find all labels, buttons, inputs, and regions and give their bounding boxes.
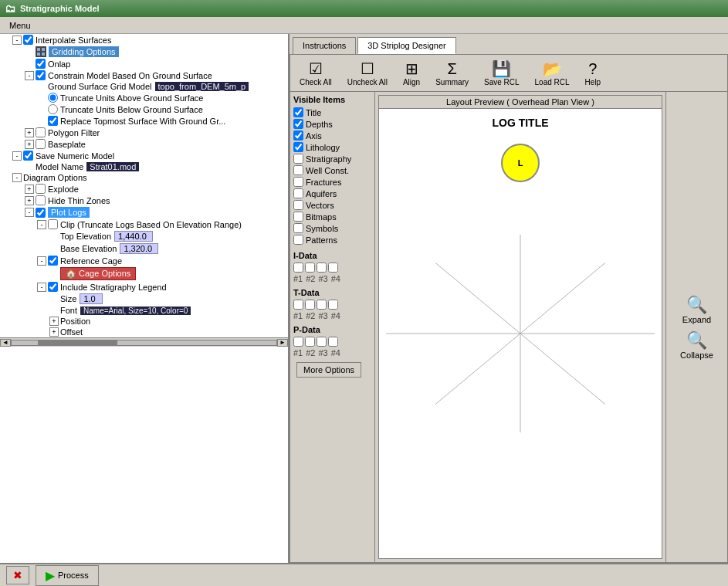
- cb-i-data-2[interactable]: [305, 263, 315, 273]
- tree-item-onlap[interactable]: Onlap: [0, 58, 288, 69]
- cb-i-data-4[interactable]: [328, 263, 338, 273]
- toolbar-check-all[interactable]: ☑ Check All: [296, 58, 335, 88]
- tree-item-diagram-options[interactable]: - Diagram Options: [0, 172, 288, 183]
- cb-vi-patterns[interactable]: [293, 235, 303, 245]
- expander-explode[interactable]: +: [25, 185, 34, 194]
- expander-baseplate[interactable]: +: [25, 140, 34, 149]
- radio-truncate-above[interactable]: [48, 93, 58, 103]
- label-cage-options[interactable]: 🏠 Cage Options: [60, 267, 136, 280]
- cb-vi-lithology[interactable]: [293, 142, 303, 152]
- expander-hide-thin[interactable]: +: [25, 196, 34, 205]
- toolbar-summary[interactable]: Σ Summary: [432, 59, 472, 88]
- cb-vi-title[interactable]: [293, 107, 303, 117]
- expander-plot-logs[interactable]: -: [25, 208, 34, 217]
- label-gridding-options[interactable]: Gridding Options: [49, 46, 119, 57]
- expander-position[interactable]: +: [49, 317, 59, 326]
- cb-vi-symbols[interactable]: [293, 223, 303, 233]
- cb-polygon-filter[interactable]: [36, 127, 46, 137]
- cb-i-data-3[interactable]: [317, 263, 327, 273]
- tree-item-strat-legend[interactable]: - Include Stratigraphy Legend: [0, 281, 288, 293]
- cb-replace-topmost[interactable]: [48, 116, 58, 126]
- expander-reference-cage[interactable]: -: [37, 256, 46, 266]
- cb-hide-thin[interactable]: [36, 195, 46, 205]
- more-options-button[interactable]: More Options: [296, 362, 361, 378]
- cb-clip[interactable]: [48, 219, 58, 229]
- expand-button[interactable]: 🔍 Expand: [682, 295, 711, 324]
- expander-polygon-filter[interactable]: +: [25, 128, 34, 137]
- tree-item-base-elevation[interactable]: Base Elevation 1,320.0: [0, 242, 288, 255]
- scrollbar-thumb-h[interactable]: [38, 340, 117, 345]
- cb-i-data-1[interactable]: [293, 263, 303, 273]
- toolbar-save-rcl[interactable]: 💾 Save RCL: [481, 58, 523, 88]
- expander-clip[interactable]: -: [37, 220, 46, 229]
- radio-truncate-below[interactable]: [48, 104, 58, 114]
- tree-item-position[interactable]: + Position: [0, 316, 288, 327]
- tab-instructions[interactable]: Instructions: [293, 37, 356, 54]
- expander-strat-legend[interactable]: -: [37, 283, 46, 292]
- cb-vi-vectors[interactable]: [293, 200, 303, 210]
- cb-vi-aquifers[interactable]: [293, 188, 303, 198]
- cb-t-data-2[interactable]: [305, 300, 315, 310]
- cb-vi-depths[interactable]: [293, 119, 303, 129]
- tree-item-reference-cage[interactable]: - Reference Cage: [0, 255, 288, 266]
- tree-item-clip[interactable]: - Clip (Truncate Logs Based On Elevation…: [0, 218, 288, 230]
- vi-label-fractures: Fractures: [306, 178, 341, 187]
- expander-offset[interactable]: +: [49, 327, 59, 337]
- toolbar-uncheck-all[interactable]: ☐ Uncheck All: [344, 58, 391, 88]
- cb-p-data-4[interactable]: [328, 337, 338, 347]
- tree-item-plot-logs[interactable]: - Plot Logs: [0, 206, 288, 218]
- toolbar-load-rcl[interactable]: 📂 Load RCL: [532, 58, 573, 88]
- tab-3d-striplog[interactable]: 3D Striplog Designer: [357, 37, 456, 54]
- tree-item-offset[interactable]: + Offset: [0, 327, 288, 337]
- cb-onlap[interactable]: [36, 59, 46, 69]
- cb-interpolate-surfaces[interactable]: [23, 35, 33, 45]
- toolbar-align[interactable]: ⊞ Align: [400, 58, 423, 88]
- collapse-button[interactable]: 🔍 Collapse: [680, 330, 713, 360]
- tree-item-ground-surface[interactable]: Ground Surface Grid Model topo_from_DEM_…: [0, 81, 288, 92]
- tree-item-constrain[interactable]: - Constrain Model Based On Ground Surfac…: [0, 69, 288, 81]
- tree-item-interpolate-surfaces[interactable]: - Interpolate Surfaces: [0, 34, 288, 46]
- cb-save-numeric[interactable]: [23, 151, 33, 161]
- tree-item-save-numeric[interactable]: - Save Numeric Model: [0, 150, 288, 161]
- tree-item-top-elevation[interactable]: Top Elevation 1,440.0: [0, 230, 288, 242]
- cb-vi-fractures[interactable]: [293, 177, 303, 187]
- menu-item-menu[interactable]: Menu: [3, 19, 37, 32]
- tree-item-baseplate[interactable]: + Baseplate: [0, 138, 288, 150]
- cb-reference-cage[interactable]: [48, 256, 58, 266]
- tree-item-explode[interactable]: + Explode: [0, 183, 288, 195]
- cb-p-data-2[interactable]: [305, 337, 315, 347]
- expander-constrain[interactable]: -: [25, 71, 34, 80]
- cb-t-data-1[interactable]: [293, 300, 303, 310]
- cb-explode[interactable]: [36, 184, 46, 194]
- cb-vi-stratigraphy[interactable]: [293, 154, 303, 164]
- cb-vi-bitmaps[interactable]: [293, 212, 303, 222]
- expander-diagram-options[interactable]: -: [12, 173, 22, 182]
- tree-item-truncate-above[interactable]: Truncate Units Above Ground Surface: [0, 92, 288, 103]
- tree-item-size[interactable]: Size 1.0: [0, 293, 288, 305]
- cb-constrain[interactable]: [36, 70, 46, 80]
- cb-vi-axis[interactable]: [293, 130, 303, 141]
- toolbar-help[interactable]: ? Help: [582, 59, 604, 88]
- cb-t-data-4[interactable]: [328, 300, 338, 310]
- cb-vi-well-const[interactable]: [293, 165, 303, 175]
- process-button[interactable]: ▶ Process: [36, 565, 99, 586]
- cb-strat-legend[interactable]: [48, 282, 58, 292]
- tree-item-font[interactable]: Font Name=Arial, Size=10, Color=0: [0, 305, 288, 316]
- expander-save-numeric[interactable]: -: [12, 151, 22, 161]
- tree-item-hide-thin[interactable]: + Hide Thin Zones: [0, 195, 288, 206]
- scroll-left[interactable]: ◄: [0, 339, 11, 347]
- cb-baseplate[interactable]: [36, 139, 46, 149]
- tree-item-polygon-filter[interactable]: + Polygon Filter: [0, 127, 288, 138]
- cb-p-data-3[interactable]: [317, 337, 327, 347]
- expander-interpolate-surfaces[interactable]: -: [12, 36, 22, 45]
- scroll-right[interactable]: ►: [277, 339, 288, 347]
- tree-item-truncate-below[interactable]: Truncate Units Below Ground Surface: [0, 103, 288, 115]
- tree-item-replace-topmost[interactable]: Replace Topmost Surface With Ground Gr..…: [0, 115, 288, 127]
- cb-t-data-3[interactable]: [317, 300, 327, 310]
- cb-p-data-1[interactable]: [293, 337, 303, 347]
- tree-item-gridding-options[interactable]: Gridding Options: [0, 46, 288, 58]
- stop-button[interactable]: ✖: [6, 566, 29, 584]
- cb-plot-logs[interactable]: [36, 208, 46, 218]
- tree-item-model-name[interactable]: Model Name Strat01.mod: [0, 161, 288, 172]
- tree-item-cage-options[interactable]: 🏠 Cage Options: [0, 266, 288, 281]
